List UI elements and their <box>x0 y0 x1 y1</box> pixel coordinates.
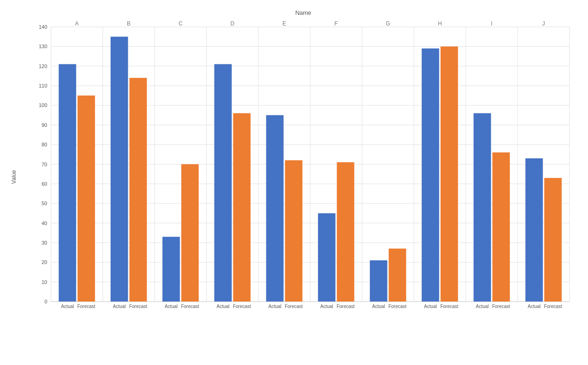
svg-text:60: 60 <box>42 181 47 187</box>
svg-text:130: 130 <box>39 44 47 49</box>
bar-chart: 0102030405060708090100110120130140ABCDEF… <box>28 20 579 334</box>
svg-text:140: 140 <box>39 24 47 30</box>
chart-title: Name <box>28 9 579 16</box>
svg-rect-84 <box>474 113 491 302</box>
svg-text:10: 10 <box>42 279 47 285</box>
svg-rect-81 <box>441 46 458 302</box>
svg-text:80: 80 <box>42 142 47 147</box>
svg-rect-68 <box>266 115 284 302</box>
svg-rect-80 <box>422 49 439 302</box>
svg-text:Forecast: Forecast <box>233 304 251 309</box>
svg-text:Actual: Actual <box>372 304 385 309</box>
svg-text:Actual: Actual <box>424 304 437 309</box>
svg-rect-57 <box>130 78 147 302</box>
svg-text:B: B <box>127 20 131 27</box>
svg-text:20: 20 <box>42 259 47 265</box>
svg-text:F: F <box>334 20 338 27</box>
svg-rect-85 <box>493 152 510 302</box>
svg-text:40: 40 <box>42 220 47 226</box>
svg-text:110: 110 <box>39 83 47 88</box>
svg-rect-77 <box>389 249 407 302</box>
svg-text:Forecast: Forecast <box>181 304 199 309</box>
svg-text:Actual: Actual <box>528 304 541 309</box>
svg-text:Actual: Actual <box>217 304 230 309</box>
svg-rect-53 <box>78 95 95 302</box>
svg-rect-64 <box>214 64 232 302</box>
svg-text:D: D <box>231 20 235 27</box>
svg-text:Forecast: Forecast <box>544 304 562 309</box>
svg-rect-72 <box>318 213 336 302</box>
svg-text:Actual: Actual <box>165 304 178 309</box>
y-axis-label: Value <box>11 170 17 184</box>
svg-text:100: 100 <box>39 102 47 108</box>
svg-text:I: I <box>491 20 492 27</box>
svg-text:Forecast: Forecast <box>337 304 355 309</box>
svg-text:Forecast: Forecast <box>129 304 147 309</box>
svg-rect-69 <box>285 160 303 302</box>
chart-container: Name Value 01020304050607080901001101201… <box>0 0 588 365</box>
svg-text:A: A <box>75 20 79 27</box>
svg-rect-65 <box>233 113 251 302</box>
svg-text:50: 50 <box>42 201 47 206</box>
svg-text:Actual: Actual <box>113 304 126 309</box>
svg-text:Actual: Actual <box>320 304 333 309</box>
svg-rect-56 <box>111 37 128 302</box>
svg-text:Actual: Actual <box>476 304 489 309</box>
svg-rect-60 <box>163 237 180 302</box>
svg-rect-76 <box>370 260 388 302</box>
svg-text:0: 0 <box>44 299 47 304</box>
svg-rect-89 <box>544 178 562 302</box>
svg-rect-61 <box>181 164 199 302</box>
svg-rect-88 <box>525 158 543 302</box>
svg-rect-52 <box>59 64 76 302</box>
chart-area: Value 0102030405060708090100110120130140… <box>28 20 579 334</box>
svg-text:Actual: Actual <box>269 304 281 309</box>
svg-text:70: 70 <box>42 162 47 167</box>
svg-text:Forecast: Forecast <box>492 304 510 309</box>
svg-text:H: H <box>438 20 442 27</box>
svg-rect-73 <box>337 162 355 302</box>
svg-text:E: E <box>282 20 286 27</box>
svg-text:Actual: Actual <box>61 304 74 309</box>
svg-text:J: J <box>542 20 545 27</box>
svg-text:120: 120 <box>39 63 47 69</box>
svg-text:Forecast: Forecast <box>285 304 303 309</box>
svg-text:Forecast: Forecast <box>440 304 458 309</box>
svg-text:G: G <box>386 20 390 27</box>
svg-text:Forecast: Forecast <box>388 304 407 309</box>
svg-text:90: 90 <box>42 122 47 128</box>
svg-text:Forecast: Forecast <box>77 304 95 309</box>
svg-text:C: C <box>179 20 183 27</box>
svg-text:30: 30 <box>42 240 47 245</box>
